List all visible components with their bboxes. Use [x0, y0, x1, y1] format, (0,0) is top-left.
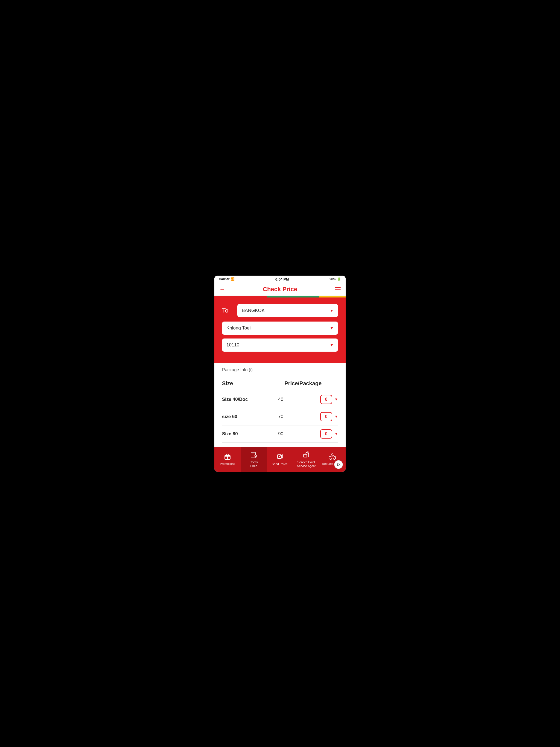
svg-text:B: B — [255, 456, 256, 458]
size-price-3: 90 — [278, 431, 320, 437]
tab-bar: Promotions B CheckPrice — [214, 447, 346, 472]
package-section: Package Info (i) Size Price/Package Size… — [214, 363, 346, 447]
status-time: 6:04 PM — [275, 277, 289, 281]
menu-button[interactable] — [335, 287, 341, 291]
check-price-icon: B — [250, 450, 258, 459]
city-dropdown-arrow: ▼ — [330, 308, 334, 313]
qty-badge-1: 0 — [320, 395, 332, 404]
svg-rect-5 — [304, 455, 307, 457]
tab-check-price-label: CheckPrice — [249, 460, 258, 468]
tab-service-point[interactable]: Service Point Service Agent — [293, 447, 320, 472]
tab-check-price[interactable]: B CheckPrice — [240, 447, 267, 472]
device-frame: Carrier 📶 6:04 PM 28% 🔋 ← Check Price To… — [214, 276, 346, 472]
request-pickup-icon — [328, 453, 337, 461]
tab-send-parcel[interactable]: Send Parcel — [267, 447, 293, 472]
back-button[interactable]: ← — [219, 286, 225, 293]
promotions-icon — [224, 453, 231, 461]
destination-section: To BANGKOK ▼ Khlong Toei ▼ 10110 ▼ — [214, 298, 346, 363]
qty-badge-2: 0 — [320, 412, 332, 421]
battery-icon: 🔋 — [337, 277, 341, 281]
size-price-2: 70 — [278, 414, 320, 419]
nav-bar: ← Check Price — [214, 283, 346, 296]
qty-area-1: 0 ▼ — [320, 395, 338, 404]
menu-line-1 — [335, 287, 341, 288]
size-name-1: Size 40/Doc — [222, 397, 278, 402]
qty-badge-3: 0 — [320, 429, 332, 439]
postal-dropdown-arrow: ▼ — [330, 343, 334, 347]
package-info-label: Package Info (i) — [222, 367, 253, 372]
qty-arrow-3[interactable]: ▼ — [334, 432, 338, 436]
postal-dropdown[interactable]: 10110 ▼ — [222, 338, 338, 352]
tab-service-point-label: Service Point Service Agent — [294, 460, 318, 468]
service-point-icon — [302, 450, 310, 459]
to-label: To — [222, 307, 233, 314]
table-header: Size Price/Package — [222, 380, 338, 387]
table-row: Size 40/Doc 40 0 ▼ — [222, 391, 338, 408]
size-name-2: size 60 — [222, 414, 278, 419]
svg-point-7 — [330, 458, 331, 460]
city-value: BANGKOK — [242, 308, 265, 313]
page-title: Check Price — [263, 286, 297, 293]
city-dropdown[interactable]: BANGKOK ▼ — [237, 304, 338, 317]
district-value: Khlong Toei — [226, 325, 251, 331]
table-row: size 60 70 0 ▼ — [222, 408, 338, 426]
menu-line-3 — [335, 291, 341, 291]
battery-label: 28% — [330, 277, 336, 281]
svg-point-8 — [334, 458, 335, 460]
postal-value: 10110 — [226, 342, 239, 348]
wifi-icon: 📶 — [230, 277, 235, 281]
header-price: Price/Package — [284, 380, 322, 387]
tab-request-pickup[interactable]: Request Pickup — [320, 447, 346, 472]
status-bar: Carrier 📶 6:04 PM 28% 🔋 — [214, 276, 346, 283]
qty-arrow-1[interactable]: ▼ — [334, 397, 338, 402]
carrier-label: Carrier — [219, 277, 229, 281]
district-dropdown-arrow: ▼ — [330, 326, 334, 330]
send-parcel-icon — [276, 453, 284, 461]
status-right: 28% 🔋 — [330, 277, 341, 281]
status-left: Carrier 📶 — [219, 277, 235, 281]
table-row: Size 80 90 0 ▼ — [222, 426, 338, 443]
onex-badge: 1X — [334, 460, 343, 469]
size-name-3: Size 80 — [222, 431, 278, 437]
to-row: To BANGKOK ▼ — [222, 304, 338, 317]
tab-promotions[interactable]: Promotions — [214, 447, 240, 472]
menu-line-2 — [335, 289, 341, 289]
qty-area-3: 0 ▼ — [320, 429, 338, 439]
district-dropdown[interactable]: Khlong Toei ▼ — [222, 321, 338, 335]
size-price-1: 40 — [278, 397, 320, 402]
qty-arrow-2[interactable]: ▼ — [334, 414, 338, 419]
package-info-row: Package Info (i) — [222, 367, 338, 376]
header-size: Size — [222, 380, 233, 387]
tab-promotions-label: Promotions — [220, 462, 235, 466]
qty-area-2: 0 ▼ — [320, 412, 338, 421]
tab-send-parcel-label: Send Parcel — [272, 462, 288, 466]
